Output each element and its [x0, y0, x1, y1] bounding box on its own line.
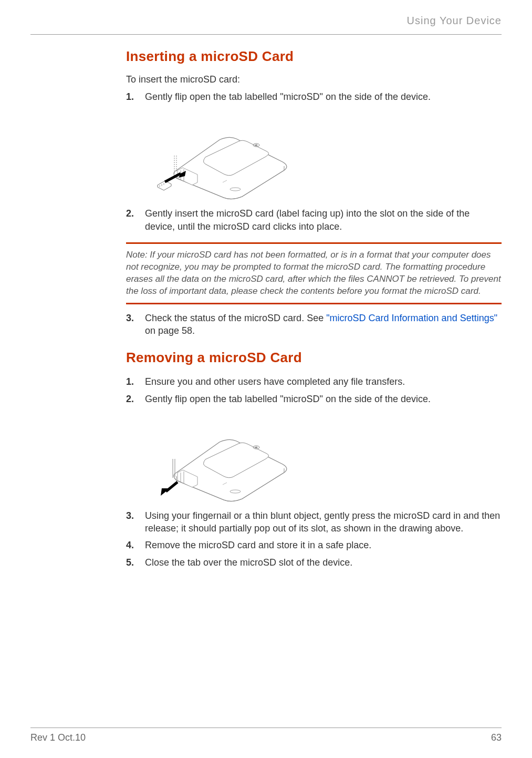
note-body: If your microSD card has not been format… — [126, 250, 501, 296]
page-footer: Rev 1 Oct.10 63 — [30, 728, 502, 743]
list-item: 4. Remove the microSD card and store it … — [126, 539, 502, 551]
heading-removing: Removing a microSD Card — [126, 350, 502, 366]
list-item: 5. Close the tab over the microSD slot o… — [126, 556, 502, 569]
step-text: Check the status of the microSD card. Se… — [145, 312, 502, 337]
svg-point-14 — [255, 447, 258, 448]
svg-point-1 — [255, 145, 258, 146]
list-number: 2. — [126, 207, 145, 233]
step-text: Using your fingernail or a thin blunt ob… — [145, 509, 502, 535]
svg-marker-22 — [161, 488, 169, 496]
note-divider-top — [126, 242, 502, 244]
step-text: Gently flip open the tab labelled "micro… — [145, 393, 502, 405]
cross-reference-link[interactable]: "microSD Card Information and Settings" — [326, 313, 497, 323]
header-divider — [30, 34, 502, 35]
list-number: 5. — [126, 556, 145, 569]
footer-page-number: 63 — [491, 732, 502, 743]
list-number: 3. — [126, 312, 145, 337]
list-number: 1. — [126, 90, 145, 103]
note-divider-bottom — [126, 303, 502, 304]
svg-line-21 — [166, 482, 178, 491]
list-item: 2. Gently flip open the tab labelled "mi… — [126, 393, 502, 405]
list-item: 3. Check the status of the microSD card.… — [126, 312, 502, 337]
lead-text: To insert the microSD card: — [126, 74, 502, 85]
heading-inserting: Inserting a microSD Card — [126, 48, 502, 65]
note-block: Note: If your microSD card has not been … — [126, 249, 502, 298]
list-item: 1. Gently flip open the tab labelled "mi… — [126, 90, 502, 103]
step-text: Remove the microSD card and store it in … — [145, 539, 502, 551]
note-label: Note: — [126, 250, 150, 260]
list-number: 3. — [126, 509, 145, 535]
step-text: Ensure you and other users have complete… — [145, 375, 502, 388]
footer-divider — [30, 728, 502, 728]
step-text: Gently insert the microSD card (label fa… — [145, 207, 502, 233]
device-illustration-insert — [145, 107, 502, 202]
step-text: Close the tab over the microSD slot of t… — [145, 556, 502, 569]
device-illustration-remove — [145, 409, 502, 504]
header-section-title: Using Your Device — [30, 15, 502, 27]
list-number: 4. — [126, 539, 145, 551]
list-number: 2. — [126, 393, 145, 405]
step-text: Gently flip open the tab labelled "micro… — [145, 90, 502, 103]
list-item: 1. Ensure you and other users have compl… — [126, 375, 502, 388]
footer-revision: Rev 1 Oct.10 — [30, 732, 86, 743]
list-number: 1. — [126, 375, 145, 388]
list-item: 2. Gently insert the microSD card (label… — [126, 207, 502, 233]
list-item: 3. Using your fingernail or a thin blunt… — [126, 509, 502, 535]
